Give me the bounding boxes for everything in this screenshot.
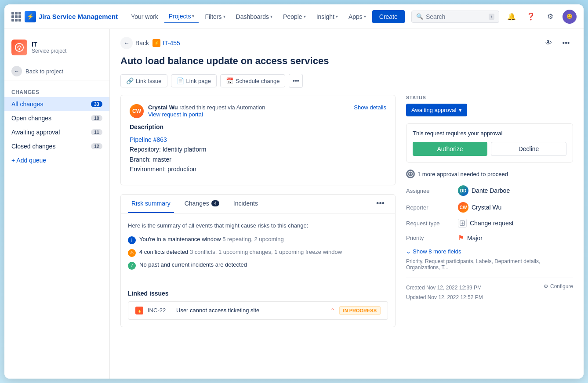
approval-buttons: Authorize Decline [413, 142, 566, 156]
awaiting-approval-badge: 11 [91, 129, 102, 135]
risk-item-maintenance: i You're in a maintenance window 5 repea… [128, 236, 388, 244]
chevron-down-icon: ▾ [304, 14, 306, 19]
approval-needed-text: 1 more approval needed to proceed [417, 171, 508, 177]
watch-button[interactable]: 👁 [541, 36, 555, 50]
link-page-button[interactable]: 📄 Link page [171, 74, 217, 87]
sidebar-item-awaiting-approval[interactable]: Awaiting approval 11 [4, 125, 109, 139]
more-options-button[interactable]: ••• [559, 36, 573, 50]
reporter-value: CW Crystal Wu [458, 202, 501, 213]
description-header: CW Crystal Wu raised this request via Au… [130, 104, 386, 118]
chevron-down-icon: ▾ [459, 107, 462, 113]
svg-point-1 [18, 48, 20, 50]
request-type-value: Change request [458, 219, 514, 228]
project-info: IT Service project [32, 41, 66, 54]
tab-changes[interactable]: Changes 4 [181, 195, 223, 213]
sidebar-item-closed-changes[interactable]: Closed changes 12 [4, 139, 109, 153]
chevron-down-icon: ▾ [270, 14, 272, 19]
assignee-field: Assignee DD Dante Darboe [406, 185, 573, 196]
settings-button[interactable]: ⚙ [543, 10, 557, 24]
create-button[interactable]: Create [372, 10, 405, 23]
show-details-button[interactable]: Show details [354, 104, 386, 111]
project-name: IT [32, 41, 66, 48]
reporter-name: Crystal Wu [148, 104, 178, 111]
project-type: Service project [32, 48, 66, 54]
risk-main-text: No past and current incidents are detect… [139, 261, 247, 268]
approval-card-title: This request requires your approval [413, 130, 566, 137]
search-bar[interactable]: 🔍 Search / [411, 11, 499, 23]
reporter-action-text: Crystal Wu raised this request via Autom… [148, 104, 265, 111]
date-info: Created Nov 12, 2022 12:39 PM Updated No… [406, 283, 483, 302]
tabs-header: Risk summary Changes 4 Incidents ••• [121, 195, 395, 213]
risk-sub-text: 5 repeating, 2 upcoming [222, 236, 283, 242]
priority-icon: ⚑ [458, 234, 464, 242]
dates-section: Created Nov 12, 2022 12:39 PM Updated No… [406, 278, 573, 302]
sidebar-item-open-changes[interactable]: Open changes 10 [4, 111, 109, 125]
linked-issue-id: INC-22 [148, 307, 172, 314]
description-body: Pipeline #863 Repository: Identity platf… [130, 135, 386, 174]
nav-item-people[interactable]: People ▾ [279, 11, 310, 23]
sidebar-item-all-changes[interactable]: All changes 33 [4, 97, 109, 111]
back-button[interactable]: ← Back [120, 37, 149, 49]
back-to-project-button[interactable]: ← Back to project [4, 62, 109, 80]
svg-point-3 [409, 173, 410, 175]
configure-button[interactable]: ⚙ Configure [544, 283, 573, 289]
assignee-label: Assignee [406, 188, 454, 194]
reporter-avatar-img: CW [130, 104, 144, 118]
warning-icon: ⚠ [128, 249, 136, 257]
search-icon: 🔍 [416, 13, 423, 20]
search-text: Search [426, 13, 445, 20]
priority-value: ⚑ Major [458, 234, 483, 242]
status-dropdown[interactable]: Awaiting approval ▾ [406, 104, 467, 116]
repo-text: Repository: Identity platform [130, 145, 386, 154]
link-issue-button[interactable]: 🔗 Link Issue [120, 74, 167, 87]
view-portal-link[interactable]: View request in portal [148, 111, 203, 118]
changes-section-title: Changes [4, 86, 109, 97]
top-nav: ⚡ Jira Service Management Your work Proj… [4, 4, 584, 29]
tabs-more-button[interactable]: ••• [373, 195, 388, 212]
chevron-down-icon: ▾ [336, 14, 338, 19]
linked-issue-row: 🔥 INC-22 User cannot access ticketing si… [128, 301, 388, 320]
nav-brand[interactable]: ⚡ Jira Service Management [25, 11, 118, 22]
more-actions-button[interactable]: ••• [289, 74, 303, 88]
created-date: Created Nov 12, 2022 12:39 PM [406, 283, 483, 293]
change-request-icon [458, 219, 467, 228]
nav-item-projects[interactable]: Projects ▾ [164, 10, 199, 23]
priority-label: Priority [406, 235, 454, 241]
approval-needed: 1 more approval needed to proceed [406, 170, 573, 178]
back-arrow-icon: ← [120, 37, 133, 49]
nav-item-apps[interactable]: Apps ▾ [344, 11, 370, 23]
project-header: IT Service project [4, 36, 109, 62]
reporter-avatar: CW [458, 202, 468, 213]
status-section: STATUS Awaiting approval ▾ [406, 95, 573, 116]
add-queue-button[interactable]: + Add queue [4, 153, 109, 167]
pipeline-link[interactable]: Pipeline #863 [130, 136, 167, 143]
user-avatar[interactable]: 😊 [563, 10, 577, 24]
nav-item-filters[interactable]: Filters ▾ [200, 11, 229, 23]
description-card: CW Crystal Wu raised this request via Au… [120, 95, 396, 185]
request-type-field: Request type Change request [406, 219, 573, 228]
grid-icon[interactable] [11, 12, 21, 22]
link-icon: 🔗 [126, 77, 134, 84]
issue-reference[interactable]: ⚡ IT-455 [152, 39, 180, 47]
nav-item-insight[interactable]: Insight ▾ [312, 11, 342, 23]
chevron-down-icon: ▾ [192, 14, 194, 18]
show-more-fields-button[interactable]: ⌄ Show 8 more fields [406, 248, 573, 255]
priority-field: Priority ⚑ Major [406, 234, 573, 242]
nav-right: 🔍 Search / 🔔 ❓ ⚙ 😊 [411, 10, 577, 24]
left-panel: CW Crystal Wu raised this request via Au… [120, 95, 396, 327]
reporter-label: Reporter [406, 204, 454, 211]
risk-item-conflicts: ⚠ 4 conflicts detected 3 conflicts, 1 up… [128, 249, 388, 257]
authorize-button[interactable]: Authorize [413, 142, 487, 156]
chevron-down-icon: ▾ [223, 14, 225, 19]
help-button[interactable]: ❓ [524, 10, 538, 24]
nav-item-dashboards[interactable]: Dashboards ▾ [232, 11, 277, 23]
jira-logo-icon: ⚡ [25, 11, 36, 22]
closed-changes-badge: 12 [91, 143, 102, 149]
tab-risk-summary[interactable]: Risk summary [128, 195, 174, 213]
schedule-change-button[interactable]: 📅 Schedule change [220, 74, 285, 87]
decline-button[interactable]: Decline [491, 142, 566, 156]
nav-item-your-work[interactable]: Your work [127, 11, 163, 23]
all-changes-badge: 33 [91, 101, 102, 107]
tab-incidents[interactable]: Incidents [230, 195, 261, 213]
notifications-button[interactable]: 🔔 [505, 10, 519, 24]
